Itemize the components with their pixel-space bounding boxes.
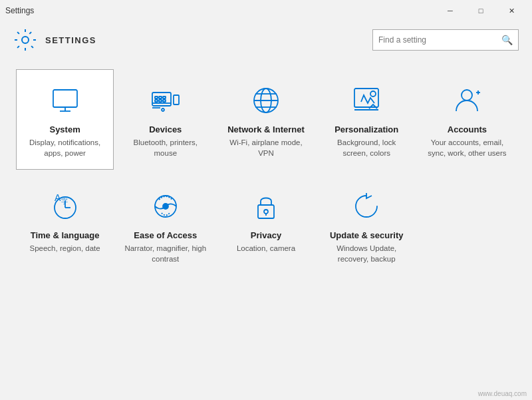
tile-system[interactable]: SystemDisplay, notifications, apps, powe… [16, 69, 114, 170]
ease-icon [148, 189, 183, 224]
watermark: www.deuaq.com [478, 390, 527, 397]
personalization-icon [349, 83, 384, 118]
svg-rect-11 [163, 97, 166, 99]
privacy-name: Privacy [251, 230, 281, 240]
app-header: SETTINGS 🔍 [0, 21, 532, 59]
title-bar-controls: ─ □ ✕ [435, 0, 527, 21]
tile-ease[interactable]: Ease of AccessNarrator, magnifier, high … [116, 175, 214, 276]
accounts-desc: Your accounts, email, sync, work, other … [426, 137, 509, 158]
tile-time[interactable]: A 字 Time & languageSpeech, region, date [16, 175, 114, 276]
tile-personalization[interactable]: PersonalizationBackground, lock screen, … [318, 69, 416, 170]
app-title: SETTINGS [45, 35, 96, 45]
system-icon [48, 83, 82, 118]
ease-desc: Narrator, magnifier, high contrast [124, 243, 207, 264]
svg-point-32 [163, 204, 168, 209]
personalization-desc: Background, lock screen, colors [325, 137, 408, 158]
close-button[interactable]: ✕ [496, 0, 527, 21]
devices-name: Devices [149, 124, 182, 134]
tile-privacy[interactable]: PrivacyLocation, camera [217, 175, 315, 276]
svg-point-22 [370, 91, 376, 97]
ease-name: Ease of Access [134, 230, 197, 240]
time-desc: Speech, region, date [30, 243, 100, 254]
search-input[interactable] [378, 35, 501, 45]
tile-accounts[interactable]: AccountsYour accounts, email, sync, work… [418, 69, 516, 170]
tile-update[interactable]: Update & securityWindows Update, recover… [318, 175, 416, 276]
time-name: Time & language [31, 230, 100, 240]
settings-gear-icon [13, 28, 37, 52]
privacy-desc: Location, camera [237, 243, 295, 254]
app-header-left: SETTINGS [13, 28, 96, 52]
main-content: SystemDisplay, notifications, apps, powe… [0, 59, 532, 400]
svg-rect-4 [152, 93, 171, 106]
system-desc: Display, notifications, apps, power [23, 137, 106, 158]
update-desc: Windows Update, recovery, backup [325, 243, 408, 264]
tile-network[interactable]: Network & InternetWi-Fi, airplane mode, … [217, 69, 315, 170]
svg-rect-5 [174, 95, 179, 104]
time-icon: A 字 [48, 189, 82, 224]
svg-text:字: 字 [61, 198, 68, 205]
network-name: Network & Internet [227, 124, 305, 134]
svg-point-0 [22, 37, 29, 43]
accounts-name: Accounts [448, 124, 487, 134]
svg-point-23 [462, 90, 472, 100]
svg-rect-9 [155, 97, 158, 99]
accounts-icon [450, 83, 484, 118]
network-desc: Wi-Fi, airplane mode, VPN [224, 137, 307, 158]
devices-icon [148, 83, 183, 118]
tile-devices[interactable]: DevicesBluetooth, printers, mouse [116, 69, 214, 170]
svg-rect-1 [53, 90, 77, 107]
svg-rect-14 [163, 100, 166, 102]
privacy-icon [249, 189, 283, 224]
svg-rect-33 [258, 205, 274, 218]
maximize-button[interactable]: □ [466, 0, 496, 21]
title-bar-title: Settings [5, 6, 34, 15]
update-name: Update & security [330, 230, 404, 240]
update-icon [349, 189, 384, 224]
devices-desc: Bluetooth, printers, mouse [124, 137, 207, 158]
svg-rect-12 [155, 100, 158, 102]
svg-point-34 [264, 210, 268, 214]
search-box[interactable]: 🔍 [372, 29, 519, 51]
svg-rect-10 [159, 97, 162, 99]
minimize-button[interactable]: ─ [435, 0, 466, 21]
svg-point-8 [162, 108, 164, 111]
settings-grid-row1: SystemDisplay, notifications, apps, powe… [16, 69, 516, 170]
svg-text:A: A [55, 192, 61, 203]
settings-grid-row2: A 字 Time & languageSpeech, region, date … [16, 175, 516, 276]
search-icon: 🔍 [501, 35, 513, 45]
system-name: System [49, 124, 80, 134]
svg-rect-13 [159, 100, 162, 102]
title-bar: Settings ─ □ ✕ [0, 0, 532, 21]
network-icon [249, 83, 283, 118]
personalization-name: Personalization [334, 124, 398, 134]
